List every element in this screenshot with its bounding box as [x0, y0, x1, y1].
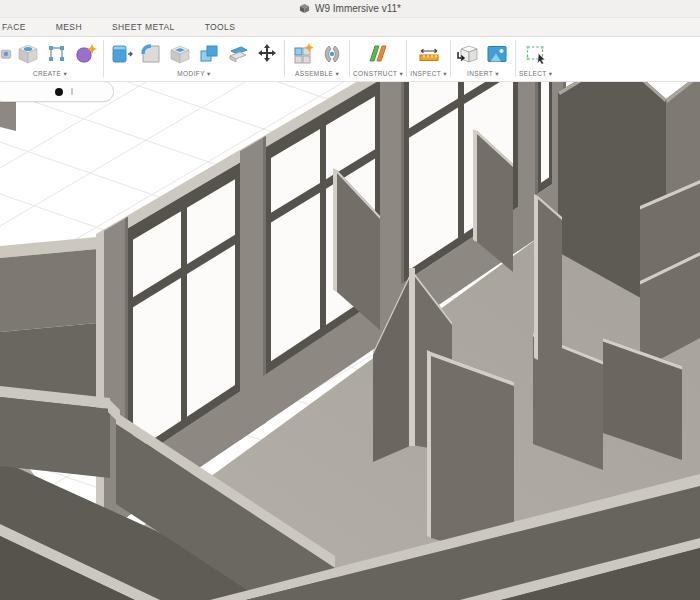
toolbar-group-inspect: INSPECT ▾: [410, 37, 447, 81]
inspect-dropdown[interactable]: INSPECT ▾: [410, 69, 447, 78]
insert-dropdown[interactable]: INSERT ▾: [467, 69, 499, 78]
assemble-dropdown[interactable]: ASSEMBLE ▾: [295, 69, 339, 78]
split-body-icon[interactable]: [223, 40, 252, 69]
box-hole-icon[interactable]: [13, 40, 42, 69]
canvas-icon[interactable]: [483, 40, 512, 69]
document-title: W9 Immersive v11*: [315, 3, 401, 14]
document-cube-icon: [299, 3, 310, 14]
move-icon[interactable]: [252, 40, 281, 69]
app-window: W9 Immersive v11* FACE MESH SHEET METAL …: [0, 0, 700, 600]
caret-down-icon: ▾: [549, 70, 553, 77]
construct-dropdown[interactable]: CONSTRUCT ▾: [353, 69, 403, 78]
caret-down-icon: ▾: [207, 70, 211, 77]
partition-edge: [333, 168, 337, 292]
fillet-icon[interactable]: [136, 40, 165, 69]
application-chrome: W9 Immersive v11* FACE MESH SHEET METAL …: [0, 0, 700, 82]
joint-icon[interactable]: [317, 40, 346, 69]
viewport-overlay-pill[interactable]: [0, 81, 114, 102]
tab-tools[interactable]: TOOLS: [205, 22, 236, 32]
create-dropdown[interactable]: CREATE ▾: [33, 69, 67, 78]
toolbar-separator: [515, 40, 516, 77]
partition-edge: [427, 350, 431, 538]
partition-corner-edge: [409, 268, 415, 446]
partition-near-corner: [538, 196, 562, 384]
caret-down-icon: ▾: [335, 70, 339, 77]
caret-down-icon: ▾: [63, 70, 67, 77]
toolbar-group-assemble: ASSEMBLE ▾: [288, 37, 346, 81]
toolbar-separator: [349, 40, 350, 77]
toolbar-separator: [406, 40, 407, 77]
toolbar-group-insert: INSERT ▾: [454, 37, 512, 81]
pill-tick-icon: [71, 88, 73, 95]
toolbar-group-modify: MODIFY ▾: [107, 37, 281, 81]
partition-edge: [534, 194, 538, 360]
measure-icon[interactable]: [414, 40, 443, 69]
toolbar-separator: [450, 40, 451, 77]
ribbon-toolbar: CREATE ▾: [0, 37, 700, 82]
insert-derive-icon[interactable]: [454, 40, 483, 69]
window-wall-end-edge: [96, 231, 104, 538]
new-component-icon[interactable]: [288, 40, 317, 69]
combine-icon[interactable]: [194, 40, 223, 69]
select-dropdown[interactable]: SELECT ▾: [519, 69, 552, 78]
shell-icon[interactable]: [165, 40, 194, 69]
tab-sheet-metal[interactable]: SHEET METAL: [112, 22, 175, 32]
lower-left-wall-face: [0, 397, 110, 478]
ribbon-tab-row: FACE MESH SHEET METAL TOOLS: [0, 18, 700, 37]
press-pull-icon[interactable]: [107, 40, 136, 69]
caret-down-icon: ▾: [495, 70, 499, 77]
title-bar: W9 Immersive v11*: [0, 0, 700, 18]
tab-mesh[interactable]: MESH: [56, 22, 82, 32]
sketch-icon[interactable]: [42, 40, 71, 69]
toolbar-separator: [103, 40, 104, 77]
modify-dropdown[interactable]: MODIFY ▾: [177, 69, 210, 78]
select-window-icon[interactable]: [521, 40, 550, 69]
caret-down-icon: ▾: [443, 70, 447, 77]
toolbar-group-select: SELECT ▾: [519, 37, 552, 81]
create-form-icon[interactable]: [71, 40, 100, 69]
left-wall-upper-face: [0, 248, 108, 332]
tab-surface[interactable]: FACE: [2, 22, 26, 32]
toolbar-group-create: CREATE ▾: [0, 37, 100, 81]
construct-plane-icon[interactable]: [364, 40, 393, 69]
toolbar-separator: [284, 40, 285, 77]
partition-edge: [473, 129, 477, 242]
create-partial-icon[interactable]: [0, 40, 13, 69]
record-dot-icon: [55, 88, 63, 96]
toolbar-group-construct: CONSTRUCT ▾: [353, 37, 403, 81]
caret-down-icon: ▾: [400, 70, 404, 77]
